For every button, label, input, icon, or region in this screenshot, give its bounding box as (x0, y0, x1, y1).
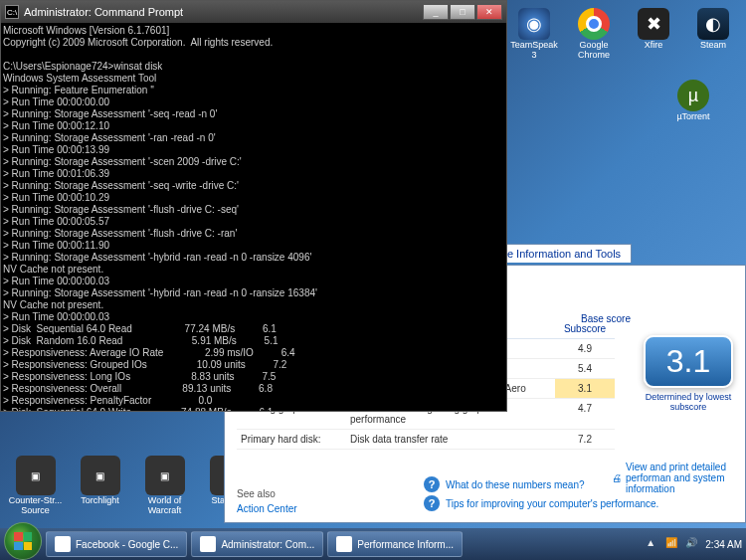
cmd-output[interactable]: Microsoft Windows [Version 6.1.7601] Cop… (1, 23, 506, 411)
link-label: What do these numbers mean? (446, 479, 585, 490)
system-tray[interactable]: ▲ 📶 🔊 2:34 AM (646, 537, 742, 551)
app-icon (578, 8, 610, 40)
desktop-icon[interactable]: ▣Torchlight (73, 456, 127, 515)
icon-label: Counter-Str... Source (8, 495, 63, 515)
printer-icon: 🖨 (612, 472, 622, 483)
link-label: Tips for improving your computer's perfo… (446, 498, 658, 509)
cmd-icon: C:\ (5, 5, 19, 19)
app-icon (200, 536, 216, 552)
desktop-icon[interactable]: ✖Xfire (629, 8, 678, 60)
game-icon: ▣ (145, 456, 185, 495)
icon-label: TeamSpeak 3 (509, 40, 559, 60)
taskbar-label: Facebook - Google C... (76, 539, 178, 550)
subscore-cell: 3.1 (555, 379, 615, 399)
taskbar-button[interactable]: Facebook - Google C... (46, 531, 187, 557)
base-score-caption: Determined by lowest subscore (644, 392, 733, 412)
link-print-details[interactable]: 🖨 View and print detailed performan and … (612, 462, 735, 494)
subscore-cell: 4.9 (555, 339, 615, 359)
volume-icon[interactable]: 🔊 (685, 537, 699, 551)
desktop-icon[interactable]: Google Chrome (569, 8, 619, 60)
app-icon: ✖ (638, 8, 669, 40)
taskbar-button[interactable]: Performance Inform... (327, 531, 463, 557)
base-score-value: 3.1 (644, 335, 733, 388)
icon-label: µTorrent (676, 111, 709, 121)
taskbar-label: Administrator: Com... (221, 539, 314, 550)
network-icon[interactable]: 📶 (665, 537, 679, 551)
maximize-button[interactable]: □ (450, 4, 475, 20)
desktop-icon[interactable]: ◉TeamSpeak 3 (509, 8, 559, 60)
cmd-titlebar[interactable]: C:\ Administrator: Command Prompt _ □ ✕ (1, 1, 506, 23)
taskbar-label: Performance Inform... (357, 539, 454, 550)
link-tips[interactable]: ?Tips for improving your computer's perf… (424, 495, 735, 511)
col-basescore: Base score (581, 313, 631, 324)
desktop-icon-utorrent[interactable]: µ µTorrent (668, 80, 718, 121)
app-icon: ◐ (697, 8, 729, 40)
subscore-cell: 4.7 (555, 399, 615, 430)
cmd-window: C:\ Administrator: Command Prompt _ □ ✕ … (0, 0, 507, 412)
desktop-icon[interactable]: ▣World of Warcraft (137, 456, 192, 515)
tray-icon[interactable]: ▲ (646, 537, 659, 551)
app-icon: ◉ (518, 8, 550, 40)
utorrent-icon: µ (677, 80, 709, 111)
component-cell: Primary hard disk: (237, 430, 346, 450)
desktop-icon[interactable]: ▣Counter-Str... Source (8, 456, 63, 515)
icon-label: Torchlight (81, 495, 119, 505)
link-action-center[interactable]: Action Center (237, 503, 297, 514)
help-icon: ? (424, 495, 440, 511)
icon-label: Xfire (645, 40, 663, 50)
seealso-heading: See also (237, 488, 276, 499)
clock[interactable]: 2:34 AM (705, 539, 742, 550)
game-icon: ▣ (16, 456, 56, 495)
table-row: Primary hard disk:Disk data transfer rat… (237, 430, 615, 450)
help-icon: ? (424, 476, 440, 492)
icon-label: World of Warcraft (137, 495, 192, 515)
app-icon (55, 536, 71, 552)
detail-cell: Disk data transfer rate (346, 430, 555, 450)
window-title: Administrator: Command Prompt (24, 6, 183, 18)
close-button[interactable]: ✕ (476, 4, 502, 20)
icon-label: Google Chrome (569, 40, 619, 60)
address-tab[interactable]: ice Information and Tools (488, 244, 632, 263)
windows-logo-icon (14, 532, 32, 550)
start-button[interactable] (4, 522, 42, 560)
taskbar-button[interactable]: Administrator: Com... (191, 531, 323, 557)
link-label: View and print detailed performan and sy… (626, 462, 735, 494)
taskbar: Facebook - Google C...Administrator: Com… (0, 528, 746, 560)
subscore-cell: 5.4 (555, 359, 615, 379)
app-icon (336, 536, 352, 552)
icon-label: Steam (700, 40, 726, 50)
desktop-icon[interactable]: ◐Steam (688, 8, 738, 60)
minimize-button[interactable]: _ (423, 4, 449, 20)
subscore-cell: 7.2 (555, 430, 615, 450)
game-icon: ▣ (81, 456, 120, 495)
